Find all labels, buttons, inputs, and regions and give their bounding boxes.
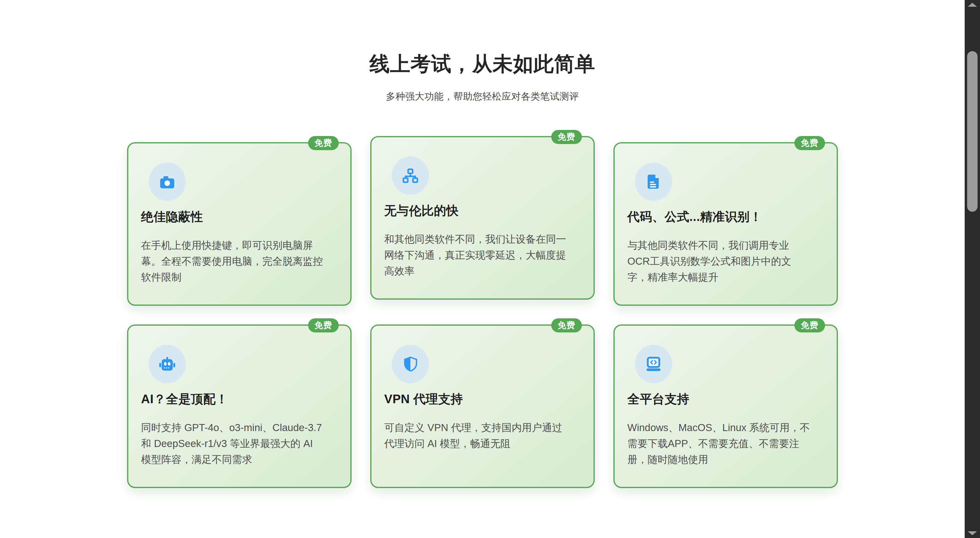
feature-card-ocr: 免费 代码、公式...精准识别！ 与其他同类软件不同，我们调用专业OCR工具识别…	[613, 142, 838, 306]
free-badge: 免费	[551, 130, 582, 144]
icon-blob	[392, 156, 429, 195]
camera-icon	[158, 173, 176, 191]
feature-card-vpn: 免费 VPN 代理支持 可自定义 VPN 代理，支持国内用户通过代理访问 AI …	[370, 325, 595, 488]
free-badge: 免费	[308, 136, 339, 150]
feature-card-grid: 免费 绝佳隐蔽性 在手机上使用快捷键，即可识别电脑屏幕。全程不需要使用电脑，完全…	[127, 142, 838, 488]
robot-icon	[158, 355, 176, 373]
card-description: Windows、MacOS、Linux 系统可用，不需要下载APP、不需要充值、…	[627, 420, 810, 468]
feature-card-stealth: 免费 绝佳隐蔽性 在手机上使用快捷键，即可识别电脑屏幕。全程不需要使用电脑，完全…	[127, 142, 352, 306]
card-description: 可自定义 VPN 代理，支持国内用户通过代理访问 AI 模型，畅通无阻	[384, 420, 567, 452]
card-title: AI？全是顶配！	[141, 391, 336, 407]
page-title: 线上考试，从未如此简单	[0, 52, 965, 76]
card-title: 全平台支持	[627, 391, 822, 407]
laptop-code-icon	[645, 355, 662, 373]
card-description: 同时支持 GPT-4o、o3-mini、Claude-3.7 和 DeepSee…	[141, 420, 324, 468]
feature-card-platforms: 免费 全平台支持 Windows、MacOS、Linux 系统可用，不需要下载A…	[613, 325, 838, 488]
feature-card-speed: 免费 无与伦比的快 和其他同类软件不同，	[370, 136, 595, 300]
card-description: 与其他同类软件不同，我们调用专业OCR工具识别数学公式和图片中的文字，精准率大幅…	[627, 237, 810, 285]
network-nodes-icon	[401, 167, 419, 185]
icon-blob	[635, 162, 672, 201]
scrollbar-down-arrow-icon[interactable]	[968, 531, 977, 535]
icon-blob	[148, 162, 186, 201]
feature-card-ai-models: 免费	[127, 325, 352, 488]
scrollbar-up-arrow-icon[interactable]	[968, 3, 977, 7]
card-title: VPN 代理支持	[384, 391, 579, 407]
hero-section: 线上考试，从未如此简单 多种强大功能，帮助您轻松应对各类笔试测评	[0, 0, 965, 103]
icon-blob	[392, 345, 429, 383]
free-badge: 免费	[794, 318, 825, 333]
icon-blob	[148, 345, 186, 383]
free-badge: 免费	[794, 136, 825, 150]
icon-blob	[635, 345, 672, 383]
card-title: 无与伦比的快	[384, 202, 579, 219]
card-title: 绝佳隐蔽性	[141, 209, 336, 225]
page: 线上考试，从未如此简单 多种强大功能，帮助您轻松应对各类笔试测评 免费 绝佳隐蔽…	[0, 0, 980, 538]
card-description: 和其他同类软件不同，我们让设备在同一网络下沟通，真正实现零延迟，大幅度提高效率	[384, 231, 567, 279]
shield-icon	[401, 355, 419, 373]
document-icon	[645, 173, 662, 191]
card-title: 代码、公式...精准识别！	[627, 209, 822, 225]
free-badge: 免费	[308, 318, 339, 333]
free-badge: 免费	[551, 318, 582, 333]
card-description: 在手机上使用快捷键，即可识别电脑屏幕。全程不需要使用电脑，完全脱离监控软件限制	[141, 237, 324, 285]
page-subtitle: 多种强大功能，帮助您轻松应对各类笔试测评	[0, 90, 965, 103]
scrollbar-thumb[interactable]	[967, 51, 978, 212]
vertical-scrollbar[interactable]	[965, 0, 980, 538]
